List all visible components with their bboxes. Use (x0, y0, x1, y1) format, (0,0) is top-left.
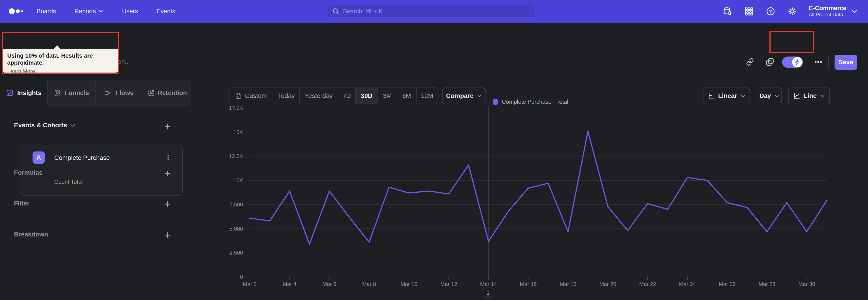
legend-label: Complete Purchase - Total (502, 98, 568, 105)
y-axis-tick-label: 10K (211, 177, 243, 184)
nav-item-label: Boards (37, 8, 56, 15)
tooltip-text: Using 10% of data. Results are approxima… (7, 52, 114, 66)
x-axis-tick-label: Mar 22 (629, 281, 666, 287)
divider (828, 56, 829, 68)
x-axis-tick-label: Mar 26 (709, 281, 745, 287)
chevron-down-icon (775, 94, 779, 97)
nav-item-label: Reports (74, 8, 96, 15)
nav-icon-group: ? (722, 0, 797, 23)
add-filter-button[interactable] (162, 199, 173, 209)
range-yesterday[interactable]: Yesterday (300, 88, 338, 104)
sampling-tooltip: Using 10% of data. Results are approxima… (2, 49, 119, 72)
y-axis-tick-label: 17.5K (211, 105, 243, 111)
nav-item-label: Users (122, 8, 138, 15)
breakdown-label: Breakdown (14, 231, 48, 238)
compare-button[interactable]: Compare (442, 88, 486, 104)
range-30d[interactable]: 30D (356, 88, 378, 104)
learn-more-link[interactable]: Learn More (7, 68, 35, 74)
tab-insights[interactable]: Insights (0, 80, 47, 107)
tab-flows[interactable]: Flows (95, 80, 143, 107)
scale-label: Linear (718, 92, 737, 99)
project-scope: All Project Data (809, 12, 846, 18)
copy-link-icon[interactable] (744, 56, 756, 68)
chart-type-label: Line (804, 92, 817, 99)
range-3m[interactable]: 3M (378, 88, 397, 104)
more-options-icon[interactable] (812, 56, 825, 68)
range-today[interactable]: Today (273, 88, 300, 104)
primary-nav: Boards Reports Users Events (37, 8, 175, 15)
tab-label: Funnels (65, 89, 89, 96)
chevron-down-icon (851, 10, 857, 13)
event-row-complete-purchase[interactable]: A Complete Purchase Count Total (20, 145, 183, 196)
filter-label: Filter (14, 200, 29, 207)
report-header-bar: Untitled Sampled + Add description... S (0, 23, 868, 77)
legend-item[interactable]: Complete Purchase - Total (493, 98, 568, 105)
range-custom[interactable]: Custom (229, 88, 273, 104)
chevron-down-icon (820, 94, 825, 97)
lightning-bolt-icon (792, 57, 802, 67)
x-axis-tick-label: Mar 10 (391, 281, 427, 287)
x-axis-tick-label: Mar 20 (590, 281, 626, 287)
x-axis-tick-label: Mar 18 (550, 281, 586, 287)
sampling-toggle[interactable] (782, 57, 803, 68)
scale-dropdown[interactable]: Linear (703, 88, 750, 104)
linear-axis-icon (708, 92, 715, 99)
search-icon (332, 7, 340, 15)
project-name: E-Commerce (809, 5, 846, 12)
report-type-tabs: Insights Funnels (0, 80, 191, 107)
section-label: Events & Cohorts (14, 122, 67, 129)
x-axis-tick-label: Mar 30 (789, 281, 825, 287)
apps-grid-icon[interactable] (744, 6, 754, 16)
tab-retention[interactable]: Retention (143, 80, 191, 107)
x-axis-tick-label: Mar 12 (431, 281, 467, 287)
range-6m[interactable]: 6M (397, 88, 416, 104)
granularity-dropdown[interactable]: Day (757, 88, 782, 104)
y-axis-tick-label: 0 (211, 274, 243, 280)
chevron-down-icon (741, 94, 745, 97)
tab-label: Flows (116, 89, 133, 96)
settings-gear-icon[interactable] (787, 6, 797, 16)
add-breakdown-button[interactable] (162, 230, 173, 240)
global-search[interactable] (327, 5, 536, 18)
add-event-button[interactable] (162, 121, 173, 131)
insights-icon (6, 89, 13, 97)
tab-funnels[interactable]: Funnels (47, 80, 95, 107)
nav-item-events[interactable]: Events (157, 8, 176, 15)
nav-item-users[interactable]: Users (122, 8, 138, 15)
mixpanel-logo-icon[interactable] (8, 7, 31, 16)
legend-swatch (493, 99, 498, 105)
compare-label: Compare (446, 92, 473, 99)
help-icon[interactable]: ? (766, 6, 775, 16)
range-7d[interactable]: 7D (338, 88, 356, 104)
save-button[interactable]: Save (835, 55, 857, 70)
project-info: E-Commerce All Project Data (809, 5, 846, 18)
pagination-page-button[interactable]: 1 (483, 288, 493, 298)
x-axis-tick-label: Mar 6 (311, 281, 347, 287)
event-series-badge: A (33, 151, 45, 164)
add-formula-button[interactable] (162, 168, 173, 179)
chevron-down-icon (70, 124, 75, 127)
events-cohorts-header[interactable]: Events & Cohorts (14, 122, 75, 129)
add-to-board-icon[interactable] (764, 56, 776, 68)
range-12m[interactable]: 12M (416, 88, 438, 104)
chart-type-dropdown[interactable]: Line (788, 88, 830, 104)
line-chart-icon (793, 92, 800, 99)
y-axis-tick-label: 7,500 (211, 202, 243, 208)
x-axis-tick-label: Mar 2 (232, 281, 268, 287)
x-axis-tick-label: Mar 14 (470, 281, 506, 287)
project-selector[interactable]: E-Commerce All Project Data (809, 0, 857, 23)
retention-icon (147, 89, 154, 96)
search-input[interactable] (343, 8, 531, 15)
nav-item-boards[interactable]: Boards (37, 8, 56, 15)
data-management-icon[interactable] (722, 6, 732, 16)
flows-icon (105, 89, 112, 96)
chevron-down-icon (98, 10, 103, 13)
calendar-icon (235, 92, 242, 99)
x-axis-tick-label: Mar 24 (669, 281, 706, 287)
nav-item-reports[interactable]: Reports (74, 8, 104, 15)
query-sidebar: Insights Funnels (0, 77, 191, 300)
event-measure[interactable]: Count Total (54, 179, 83, 185)
event-menu-icon[interactable] (163, 152, 173, 162)
top-nav: Boards Reports Users Events (0, 0, 868, 23)
funnels-icon (54, 89, 61, 96)
